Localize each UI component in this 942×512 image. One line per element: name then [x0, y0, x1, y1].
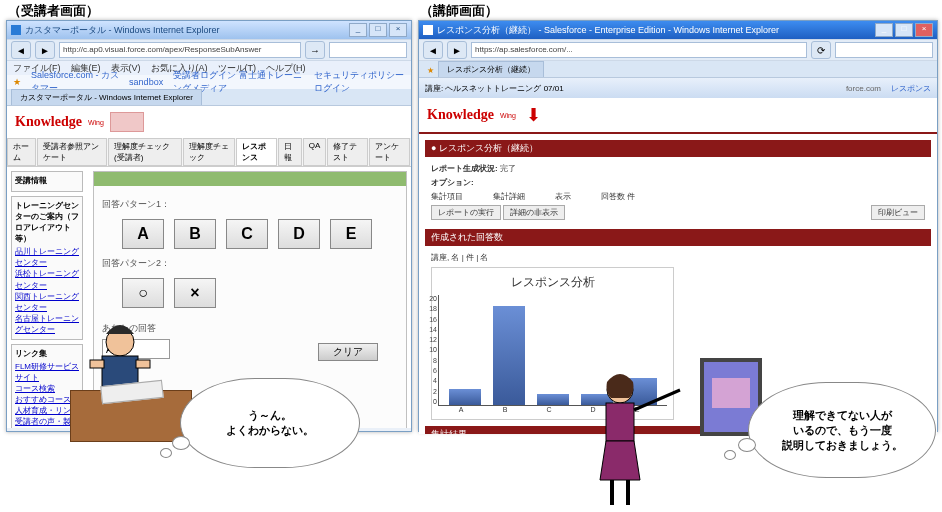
go-button[interactable]: →	[305, 41, 325, 59]
favorites-bar: ★ Salesforce.com - カスタマー... sandbox 受講者ロ…	[7, 75, 411, 89]
browser-tab[interactable]: レスポンス分析（継続）	[438, 61, 544, 77]
sf-tab-8[interactable]: アンケート	[369, 138, 410, 166]
block-header	[94, 172, 406, 186]
choice-c[interactable]: C	[226, 219, 268, 249]
choice-row-1: A B C D E	[102, 215, 398, 253]
nav-toolbar: ◄ ► http://c.ap0.visual.force.com/apex/R…	[7, 39, 411, 61]
svg-rect-3	[136, 360, 150, 368]
filter-header: 作成された回答数	[425, 229, 931, 246]
clear-button[interactable]: クリア	[318, 343, 378, 361]
address-bar[interactable]: https://ap.salesforce.com/...	[471, 42, 807, 58]
fav-link-4[interactable]: セキュリティポリシーログイン	[314, 69, 405, 95]
print-button[interactable]: 印刷ビュー	[871, 205, 925, 220]
forward-button[interactable]: ►	[447, 41, 467, 59]
course-label: 講座: ヘルスネットトレーニング 07/01	[425, 83, 564, 94]
forward-button[interactable]: ►	[35, 41, 55, 59]
choice-maru[interactable]: ○	[122, 278, 164, 308]
browser-tabs: ★ レスポンス分析（継続）	[419, 61, 937, 78]
col-label: 集計詳細	[493, 191, 525, 202]
teacher-panel-label: （講師画面）	[420, 2, 498, 20]
search-box[interactable]	[835, 42, 933, 58]
sf-tabbar: ホーム 受講者参照アンケート 理解度チェック(受講者) 理解度チェック レスポン…	[7, 138, 411, 167]
student-illustration	[70, 390, 192, 442]
sf-tab-3[interactable]: 理解度チェック	[183, 138, 235, 166]
back-button[interactable]: ◄	[423, 41, 443, 59]
pattern2-label: 回答パターン2：	[102, 257, 398, 270]
chart-bar	[449, 389, 481, 406]
choice-e[interactable]: E	[330, 219, 372, 249]
choice-row-2: ○ ×	[102, 274, 398, 312]
student-thought-bubble: う～ん。 よくわからない。	[180, 378, 360, 468]
bubble-dot-icon	[160, 448, 172, 458]
address-bar[interactable]: http://c.ap0.visual.force.com/apex/Respo…	[59, 42, 301, 58]
sf-tab-2[interactable]: 理解度チェック(受講者)	[108, 138, 182, 166]
sidebar-title-2: トレーニングセンターのご案内（フロアレイアウト等）	[15, 200, 79, 244]
sf-tab-1[interactable]: 受講者参照アンケート	[37, 138, 107, 166]
x-tick: B	[483, 406, 527, 413]
fav-icon: ★	[13, 77, 21, 87]
x-tick: C	[527, 406, 571, 413]
sf-tab-5[interactable]: 日報	[278, 138, 302, 166]
hide-detail-button[interactable]: 詳細の非表示	[503, 205, 565, 220]
filter-line: 講座, 名 | 件 | 名	[431, 252, 925, 263]
close-button[interactable]: ×	[915, 23, 933, 37]
svg-marker-6	[600, 441, 640, 480]
chart-title: レスポンス分析	[438, 274, 667, 291]
fav-link-2[interactable]: sandbox	[129, 77, 163, 87]
titlebar: レスポンス分析（継続） - Salesforce - Enterprise Ed…	[419, 21, 937, 39]
sidebar-box-2: トレーニングセンターのご案内（フロアレイアウト等） 品川トレーニングセンター 浜…	[11, 196, 83, 340]
choice-b[interactable]: B	[174, 219, 216, 249]
report-section-header: ● レスポンス分析（継続）	[425, 140, 931, 157]
svg-rect-2	[90, 360, 104, 368]
options-label: オプション:	[431, 178, 474, 187]
knowledge-sub: Wing	[500, 112, 516, 119]
kw-header: Knowledge Wing	[7, 106, 411, 138]
knowledge-logo: Knowledge	[427, 107, 494, 123]
sf-tab-home[interactable]: ホーム	[7, 138, 36, 166]
knowledge-logo: Knowledge	[15, 114, 82, 130]
response-link[interactable]: レスポンス	[891, 83, 931, 94]
sf-tab-7[interactable]: 修了テスト	[327, 138, 368, 166]
browser-tab[interactable]: カスタマーポータル - Windows Internet Explorer	[11, 89, 202, 105]
sidebar-link[interactable]: 品川トレーニングセンター	[15, 246, 79, 268]
close-button[interactable]: ×	[389, 23, 407, 37]
nav-toolbar: ◄ ► https://ap.salesforce.com/... ⟳	[419, 39, 937, 61]
titlebar: カスタマーポータル - Windows Internet Explorer _ …	[7, 21, 411, 39]
minimize-button[interactable]: _	[349, 23, 367, 37]
status-label: レポート生成状況:	[431, 164, 498, 173]
x-tick: A	[439, 406, 483, 413]
back-button[interactable]: ◄	[11, 41, 31, 59]
teacher-illustration	[580, 370, 700, 512]
bubble-dot-icon	[738, 438, 756, 452]
teacher-thought-bubble: 理解できてない人が いるので、もう一度 説明しておきましょう。	[748, 382, 936, 478]
window-title: カスタマーポータル - Windows Internet Explorer	[25, 24, 220, 37]
choice-d[interactable]: D	[278, 219, 320, 249]
knowledge-sub: Wing	[88, 119, 104, 126]
maximize-button[interactable]: □	[895, 23, 913, 37]
ie-icon	[423, 25, 433, 35]
refresh-button[interactable]: ⟳	[811, 41, 831, 59]
col-label: 集計項目	[431, 191, 463, 202]
sf-tab-response[interactable]: レスポンス	[236, 138, 277, 166]
sidebar-link[interactable]: 関西トレーニングセンター	[15, 291, 79, 313]
run-report-button[interactable]: レポートの実行	[431, 205, 501, 220]
search-box[interactable]	[329, 42, 407, 58]
choice-batsu[interactable]: ×	[174, 278, 216, 308]
minimize-button[interactable]: _	[875, 23, 893, 37]
status-value: 完了	[500, 164, 516, 173]
sidebar-link[interactable]: 浜松トレーニングセンター	[15, 268, 79, 290]
mascot-icon	[110, 112, 144, 132]
sf-tab-6[interactable]: QA	[303, 138, 327, 166]
svg-line-7	[634, 390, 680, 410]
chart-bar	[493, 306, 525, 405]
y-axis-ticks: 20181614121086420	[425, 295, 437, 405]
choice-a[interactable]: A	[122, 219, 164, 249]
chart-bar	[537, 394, 569, 405]
col-label: 回答数 件	[601, 191, 635, 202]
fav-icon: ★	[427, 66, 434, 75]
sidebar-box-1: 受講情報	[11, 171, 83, 192]
maximize-button[interactable]: □	[369, 23, 387, 37]
window-title: レスポンス分析（継続） - Salesforce - Enterprise Ed…	[437, 24, 779, 37]
sidebar-title-1: 受講情報	[15, 175, 79, 186]
kw-header: Knowledge Wing ⬇	[419, 98, 937, 132]
